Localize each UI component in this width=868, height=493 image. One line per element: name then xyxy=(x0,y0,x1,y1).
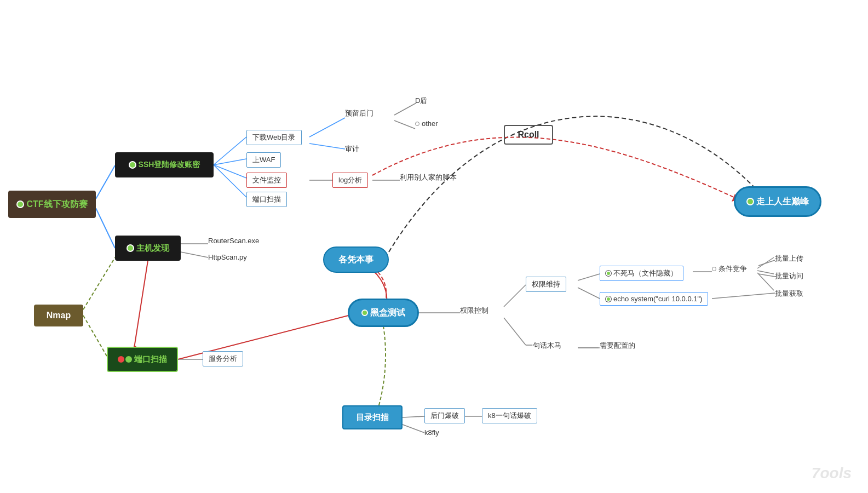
http-scan-node: HttpScan.py xyxy=(208,253,247,261)
one-liner-node: 一句话木马 xyxy=(526,341,561,351)
svg-line-5 xyxy=(214,165,246,197)
port-label: 端口扫描 xyxy=(134,354,167,365)
file-monitor-node: 文件监控 xyxy=(246,173,287,188)
svg-line-2 xyxy=(214,137,246,165)
batch-access-node: 批量访问 xyxy=(775,271,803,281)
batch-get-label: 批量获取 xyxy=(775,289,803,299)
blackbox-dot xyxy=(361,309,368,316)
svg-line-6 xyxy=(309,118,345,137)
nmap-node: Nmap xyxy=(34,305,83,326)
d-shield-label: D盾 xyxy=(415,96,427,106)
svg-line-33 xyxy=(758,260,775,266)
geben-node: 各凭本事 xyxy=(323,246,389,273)
blackbox-label: 黑盒测试 xyxy=(370,307,405,319)
router-scan-label: RouterScan.exe xyxy=(208,237,259,245)
peak-node: 走上人生巅峰 xyxy=(734,186,821,217)
other-node: other xyxy=(415,119,438,128)
svg-line-29 xyxy=(504,318,526,345)
service-analysis-node: 服务分析 xyxy=(203,351,243,366)
svg-line-40 xyxy=(757,271,774,274)
svg-line-25 xyxy=(403,425,424,433)
backdoor-blowup-label: 后门爆破 xyxy=(430,411,459,421)
ssh-label: SSH登陆修改账密 xyxy=(139,160,200,170)
http-scan-label: HttpScan.py xyxy=(208,253,247,261)
audit-node: 审计 xyxy=(345,144,359,154)
port-dot-red xyxy=(118,356,124,363)
svg-line-13 xyxy=(181,252,208,257)
condition-race-dot xyxy=(712,267,716,271)
echo-system-node: echo system("curl 10.0.0.1") xyxy=(600,292,708,306)
svg-line-30 xyxy=(578,274,600,280)
router-scan-node: RouterScan.exe xyxy=(208,237,259,245)
svg-line-3 xyxy=(214,159,246,165)
rcoll-node: Rcoll xyxy=(504,125,553,145)
other-dot xyxy=(415,122,419,126)
watermark: 7ools xyxy=(812,465,852,482)
k8-one-liner-node: k8一句话爆破 xyxy=(482,408,537,423)
svg-line-8 xyxy=(394,103,416,115)
privilege-maintain-label: 权限维持 xyxy=(532,279,560,289)
download-web-node: 下载Web目录 xyxy=(246,130,302,145)
rcoll-label: Rcoll xyxy=(518,130,539,140)
k8fly-node: k8fly xyxy=(424,428,439,437)
nodead-dot xyxy=(606,271,611,276)
peak-dot xyxy=(746,198,754,205)
svg-line-39 xyxy=(757,257,774,268)
host-dot xyxy=(127,244,134,252)
echo-system-label: echo system("curl 10.0.0.1") xyxy=(613,295,702,303)
peak-label: 走上人生巅峰 xyxy=(756,196,809,208)
ssh-node: SSH登陆修改账密 xyxy=(115,152,214,177)
port-scan-box-label: 端口扫描 xyxy=(252,194,281,204)
log-analysis-label: log分析 xyxy=(338,175,362,185)
need-config-label: 需要配置的 xyxy=(600,341,635,351)
svg-line-28 xyxy=(504,285,526,307)
one-liner-label: 一句话木马 xyxy=(526,341,561,351)
svg-line-31 xyxy=(578,288,600,299)
blackbox-node: 黑盒测试 xyxy=(348,299,419,327)
pre-backdoor-label: 预留后门 xyxy=(345,108,373,118)
use-others-script-label: 利用别人家的脚本 xyxy=(400,173,457,182)
nodead-node: 不死马（文件隐藏） xyxy=(600,266,683,281)
port-node: 端口扫描 xyxy=(107,347,178,372)
privilege-maintain-node: 权限维持 xyxy=(526,277,566,292)
nodead-label: 不死马（文件隐藏） xyxy=(613,268,677,278)
download-web-label: 下载Web目录 xyxy=(252,133,296,142)
upload-waf-node: 上WAF xyxy=(246,152,281,168)
svg-line-34 xyxy=(758,274,775,277)
port-scan-box-node: 端口扫描 xyxy=(246,192,287,207)
svg-line-14 xyxy=(134,261,148,348)
d-shield-node: D盾 xyxy=(415,96,427,106)
svg-line-41 xyxy=(757,273,774,290)
nmap-label: Nmap xyxy=(47,311,71,320)
batch-get-node: 批量获取 xyxy=(775,289,803,299)
ctf-dot xyxy=(16,200,24,208)
condition-race-node: 条件竞争 xyxy=(712,264,747,274)
host-node: 主机发现 xyxy=(115,236,181,261)
batch-upload-node: 批量上传 xyxy=(775,254,803,263)
audit-label: 审计 xyxy=(345,144,359,154)
ctf-label: CTF线下攻防赛 xyxy=(26,199,87,210)
batch-access-label: 批量访问 xyxy=(775,271,803,281)
svg-line-0 xyxy=(96,165,115,199)
port-dot-green xyxy=(125,356,132,363)
privilege-control-label: 权限控制 xyxy=(460,306,488,316)
other-label: other xyxy=(422,119,438,128)
ssh-dot xyxy=(129,161,136,169)
need-config-node: 需要配置的 xyxy=(600,341,635,351)
k8-one-liner-label: k8一句话爆破 xyxy=(488,411,531,421)
svg-line-19 xyxy=(83,316,107,356)
privilege-control-node: 权限控制 xyxy=(460,306,488,316)
host-label: 主机发现 xyxy=(136,243,169,254)
echo-system-dot xyxy=(606,296,611,302)
svg-line-7 xyxy=(309,144,345,149)
svg-line-1 xyxy=(96,208,115,248)
backdoor-blowup-node: 后门爆破 xyxy=(424,408,465,423)
file-monitor-label: 文件监控 xyxy=(252,175,281,185)
pre-backdoor-node: 预留后门 xyxy=(345,108,373,118)
condition-race-label: 条件竞争 xyxy=(718,264,747,274)
svg-line-4 xyxy=(214,165,246,178)
geben-label: 各凭本事 xyxy=(338,254,373,266)
svg-line-9 xyxy=(394,121,415,129)
svg-line-35 xyxy=(712,293,775,299)
dirscan-node: 目录扫描 xyxy=(342,405,403,429)
